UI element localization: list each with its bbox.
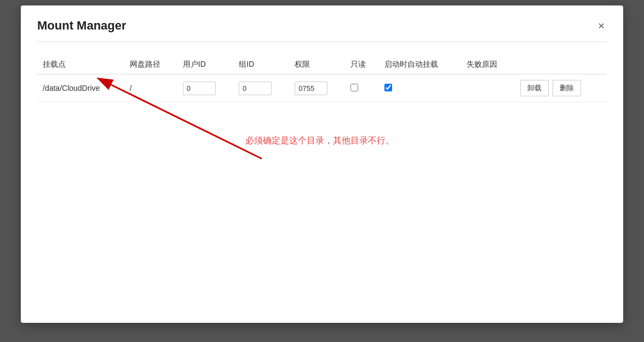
cell-group-id[interactable] xyxy=(233,74,289,102)
col-header-group-id: 组ID xyxy=(233,55,289,74)
annotation-text: 必须确定是这个目录，其他目录不行。 xyxy=(245,135,607,147)
cell-permissions[interactable] xyxy=(289,74,345,102)
network-path-value: / xyxy=(130,84,132,92)
modal-header: Mount Manager × xyxy=(37,19,607,42)
cell-network-path: / xyxy=(124,74,177,102)
group-id-input[interactable] xyxy=(239,82,272,95)
cell-auto-mount[interactable] xyxy=(379,74,462,102)
permissions-input[interactable] xyxy=(295,82,327,95)
readonly-checkbox[interactable] xyxy=(350,84,358,91)
table-header-row: 挂载点 网盘路径 用户ID 组ID 权限 只读 启动时自动挂载 失败原因 xyxy=(37,55,607,74)
col-header-user-id: 用户ID xyxy=(177,55,233,74)
auto-mount-checkbox[interactable] xyxy=(384,84,392,91)
cell-fail-reason xyxy=(461,74,514,102)
delete-button[interactable]: 删除 xyxy=(553,80,581,96)
cell-user-id[interactable] xyxy=(177,74,233,102)
col-header-mount-point: 挂载点 xyxy=(37,55,124,74)
cell-actions: 卸载 删除 xyxy=(515,74,607,102)
col-header-fail-reason: 失败原因 xyxy=(461,55,514,74)
col-header-readonly: 只读 xyxy=(345,55,378,74)
table-row: /data/CloudDrive / xyxy=(37,74,607,102)
unmount-button[interactable]: 卸载 xyxy=(520,80,549,96)
mount-table: 挂载点 网盘路径 用户ID 组ID 权限 只读 启动时自动挂载 失败原因 xyxy=(37,55,607,102)
modal-dialog: Mount Manager × 挂载点 网盘路径 用户ID 组ID 权限 只读 … xyxy=(21,5,623,323)
col-header-network-path: 网盘路径 xyxy=(124,55,177,74)
col-header-actions xyxy=(515,55,607,74)
modal-title: Mount Manager xyxy=(37,19,127,33)
cell-readonly[interactable] xyxy=(345,74,378,102)
modal-overlay: Mount Manager × 挂载点 网盘路径 用户ID 组ID 权限 只读 … xyxy=(0,0,644,342)
cell-mount-point: /data/CloudDrive xyxy=(37,74,124,102)
col-header-permissions: 权限 xyxy=(289,55,345,74)
mount-path-value: /data/CloudDrive xyxy=(43,84,100,92)
user-id-input[interactable] xyxy=(183,82,216,95)
mount-table-container: 挂载点 网盘路径 用户ID 组ID 权限 只读 启动时自动挂载 失败原因 xyxy=(37,55,607,102)
col-header-auto-mount: 启动时自动挂载 xyxy=(379,55,462,74)
modal-close-button[interactable]: × xyxy=(596,20,607,31)
